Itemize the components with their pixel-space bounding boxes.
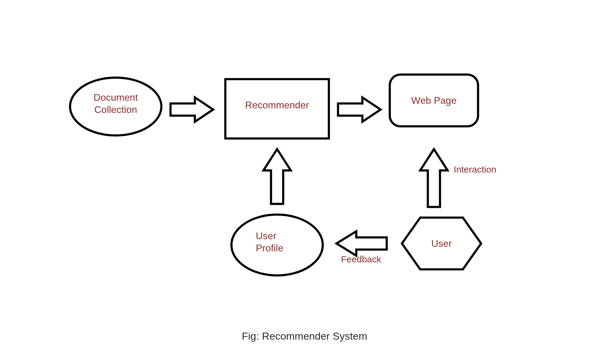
diagram-stage: Document Collection Recommender Web Page…: [0, 0, 609, 364]
label-user-profile-line2: Profile: [256, 242, 317, 254]
label-user-profile-line1: User: [256, 230, 317, 242]
label-document-collection-line1: Document: [78, 91, 154, 103]
diagram-svg: [0, 0, 609, 364]
label-edge-feedback: Feedback: [341, 254, 381, 264]
arrow-user-to-webpage: [420, 149, 448, 207]
label-web-page: Web Page: [390, 94, 478, 107]
label-edge-interaction: Interaction: [454, 164, 496, 175]
figure-caption: Fig: Recommender System: [0, 330, 609, 342]
arrow-user-to-userprofile: [336, 231, 387, 256]
label-user: User: [417, 237, 466, 250]
label-recommender: Recommender: [225, 99, 329, 111]
arrow-recommender-to-webpage: [338, 97, 381, 122]
label-user-profile: User Profile: [247, 230, 317, 254]
label-document-collection: Document Collection: [78, 91, 154, 116]
arrow-doc-to-recommender: [171, 97, 213, 122]
label-document-collection-line2: Collection: [78, 103, 154, 116]
arrow-userprofile-to-recommender: [263, 149, 291, 204]
